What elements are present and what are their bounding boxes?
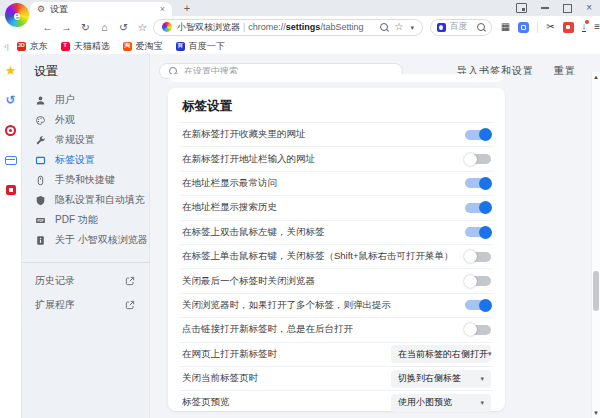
setting-label: 关闭浏览器时，如果打开了多个标签，则弹出提示 [182,299,391,312]
apps-grid-icon[interactable]: ▦ [501,22,510,32]
weibo-eye-icon[interactable] [5,125,16,136]
setting-row: 在标签上双击鼠标左键，关闭标签 [180,220,493,244]
sidebar-item-pdf[interactable]: PDFPDF 功能 [22,210,149,230]
setting-row: 关闭最后一个标签时关闭浏览器 [180,268,493,292]
minimize-button[interactable] [541,7,549,8]
previous-card-bottom [168,74,505,82]
search-by-image-icon[interactable] [380,23,388,31]
site-favicon [162,22,172,32]
red-app-icon[interactable] [6,185,16,195]
browser-tab-settings[interactable]: ⚙ 设置 × [30,2,172,16]
toggle-switch[interactable] [465,252,491,262]
sidebar-item-privacy[interactable]: 隐私设置和自动填充 [22,190,149,210]
close-button[interactable]: × [586,3,592,13]
scroll-down-icon[interactable]: ▼ [592,410,600,416]
dropdown-select[interactable]: 切换到右侧标签▾ [391,370,491,388]
sidebar-item-label: 关于 小智双核浏览器 [55,233,148,247]
screenshot-scissors-icon[interactable]: ✂ [546,22,554,32]
dropdown-value: 使用小图预览 [398,396,452,409]
toggle-switch[interactable] [465,300,491,310]
toggle-knob [479,226,492,239]
sidebar-link-extensions[interactable]: 扩展程序 [22,293,149,317]
bookmark-label: 京东 [30,40,48,53]
bookmark-item[interactable]: JD京东 [17,40,48,53]
blue-app-icon[interactable] [518,22,529,33]
maximize-button[interactable] [563,4,572,13]
favorites-star-icon[interactable]: ★ [5,64,17,77]
history-icon[interactable]: ↺ [5,94,15,106]
setting-row: 在地址栏显示搜索历史 [180,195,493,219]
toolbar-divider [537,22,538,33]
bookmark-label: 爱淘宝 [136,40,163,53]
video-sniffer-icon[interactable] [563,22,574,33]
tab-close-icon[interactable]: × [160,5,165,14]
wallet-card-icon[interactable] [5,156,17,165]
sidebar-item-label: 外观 [55,113,75,127]
sidebar-link-label: 历史记录 [35,274,75,288]
toggle-switch[interactable] [465,203,491,213]
setting-label: 在地址栏显示最常访问 [182,177,277,190]
bookmark-star-icon[interactable]: ☆ [395,22,404,32]
forward-icon[interactable]: → [61,22,72,33]
sidebar-item-general[interactable]: 常规设置 [22,130,149,150]
appearance-icon [35,115,46,126]
toggle-switch[interactable] [465,130,491,140]
back-icon[interactable]: ← [42,22,53,33]
collapse-sidebar-icon[interactable]: ‹| [4,42,9,51]
bookmark-favicon-icon: 淘 [123,42,132,51]
dropdown-select[interactable]: 在当前标签的右侧打开▾ [391,345,491,363]
bookmark-item[interactable]: 淘爱淘宝 [123,40,163,53]
sidebar-item-label: 常规设置 [55,133,95,147]
toolbar: ← → ↻ ⌂ ↺ ☆ 小智双核浏览器|chrome://settings/ta… [0,16,600,38]
browser-logo: e [5,3,29,27]
reload-icon[interactable]: ↻ [80,22,91,33]
home-icon[interactable]: ⌂ [99,22,110,33]
side-rail: ★ ↺ [0,54,22,418]
toggle-switch[interactable] [465,178,491,188]
chevron-down-icon[interactable]: ▾ [410,24,414,31]
toggle-knob [479,201,492,214]
toggle-knob [464,323,477,336]
restore-tab-icon[interactable]: ↺ [118,22,129,33]
titlebar: ⚙ 设置 × + × [0,0,600,16]
address-bar[interactable]: 小智双核浏览器|chrome://settings/tabSetting ☆ ▾ [153,19,423,36]
quick-search-placeholder: 百度 [450,21,473,33]
scrollbar[interactable]: ▲ ▼ [591,72,600,418]
toggle-knob [479,177,492,190]
download-icon[interactable]: ↓ [582,22,587,33]
setting-row: 在网页上打开新标签时在当前标签的右侧打开▾ [180,342,493,366]
setting-label: 在新标签打开收藏夹里的网址 [182,128,306,141]
bookmark-favicon-icon: 百 [176,42,185,51]
setting-row: 关闭浏览器时，如果打开了多个标签，则弹出提示 [180,293,493,317]
skin-layout-icon[interactable] [516,3,527,13]
sidebar-item-gesture[interactable]: 手势和快捷键 [22,170,149,190]
setting-row: 点击链接打开新标签时，总是在后台打开 [180,317,493,341]
setting-label: 点击链接打开新标签时，总是在后台打开 [182,323,353,336]
scroll-up-icon[interactable]: ▲ [592,74,600,80]
bookmark-item[interactable]: 百百度一下 [176,40,225,53]
setting-row: 在新标签打开地址栏输入的网址 [180,146,493,170]
toggle-switch[interactable] [465,154,491,164]
menu-icon[interactable]: ≡ [594,22,600,32]
new-tab-button[interactable]: + [180,1,194,15]
external-link-icon [125,276,136,287]
toggle-switch[interactable] [465,227,491,237]
search-icon[interactable] [477,23,485,31]
bookmarks-bar: ‹| JD京东T天猫精选淘爱淘宝百百度一下 [0,38,600,54]
toggle-switch[interactable] [465,325,491,335]
setting-row: 标签页预览使用小图预览▾ [180,390,493,414]
sidebar-link-history[interactable]: 历史记录 [22,269,149,293]
toggle-switch[interactable] [465,276,491,286]
scrollbar-thumb[interactable] [593,271,599,311]
favorite-star-icon[interactable]: ☆ [137,22,148,33]
quick-search-box[interactable]: 百度 [430,19,492,36]
setting-row: 关闭当前标签页时切换到右侧标签▾ [180,366,493,390]
dropdown-select[interactable]: 使用小图预览▾ [391,394,491,412]
sidebar-item-tabs[interactable]: 标签设置 [22,150,149,170]
sidebar-item-user[interactable]: 用户 [22,90,149,110]
sidebar-item-about[interactable]: 关于 小智双核浏览器 [22,230,149,250]
bookmark-item[interactable]: T天猫精选 [61,40,110,53]
reset-button[interactable]: 重置 [554,64,576,78]
sidebar-item-appearance[interactable]: 外观 [22,110,149,130]
setting-row: 在新标签打开收藏夹里的网址 [180,122,493,146]
